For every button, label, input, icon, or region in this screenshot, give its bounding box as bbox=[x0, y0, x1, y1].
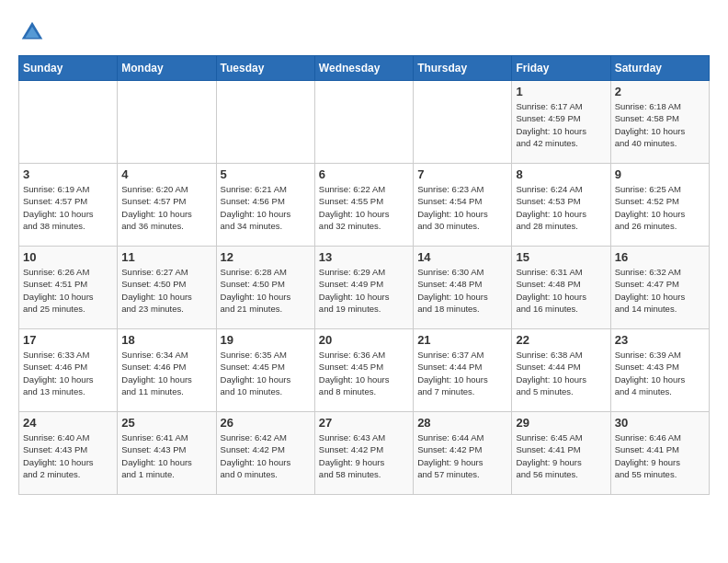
logo-icon bbox=[18, 18, 46, 46]
day-number: 2 bbox=[615, 85, 705, 98]
logo bbox=[18, 18, 50, 46]
calendar-cell bbox=[314, 81, 413, 164]
day-number: 29 bbox=[516, 416, 606, 430]
calendar-cell: 4Sunrise: 6:20 AM Sunset: 4:57 PM Daylig… bbox=[118, 164, 216, 247]
calendar-cell: 12Sunrise: 6:28 AM Sunset: 4:50 PM Dayli… bbox=[216, 247, 314, 329]
day-info: Sunrise: 6:32 AM Sunset: 4:47 PM Dayligh… bbox=[615, 266, 705, 315]
calendar-cell: 21Sunrise: 6:37 AM Sunset: 4:44 PM Dayli… bbox=[414, 329, 512, 412]
day-info: Sunrise: 6:43 AM Sunset: 4:42 PM Dayligh… bbox=[319, 431, 409, 480]
header-day-tuesday: Tuesday bbox=[216, 56, 314, 81]
day-info: Sunrise: 6:42 AM Sunset: 4:42 PM Dayligh… bbox=[221, 431, 311, 480]
calendar-cell: 7Sunrise: 6:23 AM Sunset: 4:54 PM Daylig… bbox=[414, 164, 512, 247]
day-info: Sunrise: 6:40 AM Sunset: 4:43 PM Dayligh… bbox=[23, 431, 113, 480]
day-info: Sunrise: 6:37 AM Sunset: 4:44 PM Dayligh… bbox=[417, 349, 507, 397]
day-number: 19 bbox=[221, 333, 311, 347]
day-number: 21 bbox=[417, 333, 507, 347]
calendar-cell: 29Sunrise: 6:45 AM Sunset: 4:41 PM Dayli… bbox=[512, 412, 610, 495]
day-number: 10 bbox=[23, 250, 113, 264]
calendar-table: SundayMondayTuesdayWednesdayThursdayFrid… bbox=[18, 55, 710, 495]
day-info: Sunrise: 6:31 AM Sunset: 4:48 PM Dayligh… bbox=[516, 266, 606, 315]
day-number: 20 bbox=[319, 333, 409, 347]
header-row: SundayMondayTuesdayWednesdayThursdayFrid… bbox=[19, 56, 710, 81]
day-info: Sunrise: 6:36 AM Sunset: 4:45 PM Dayligh… bbox=[319, 349, 409, 397]
day-number: 11 bbox=[121, 250, 211, 264]
header-day-monday: Monday bbox=[118, 56, 216, 81]
day-number: 8 bbox=[516, 167, 606, 181]
calendar-cell: 6Sunrise: 6:22 AM Sunset: 4:55 PM Daylig… bbox=[314, 164, 413, 247]
day-info: Sunrise: 6:27 AM Sunset: 4:50 PM Dayligh… bbox=[121, 266, 211, 315]
day-info: Sunrise: 6:17 AM Sunset: 4:59 PM Dayligh… bbox=[516, 100, 606, 149]
calendar-cell: 3Sunrise: 6:19 AM Sunset: 4:57 PM Daylig… bbox=[19, 164, 118, 247]
day-number: 16 bbox=[615, 250, 705, 264]
calendar-cell: 30Sunrise: 6:46 AM Sunset: 4:41 PM Dayli… bbox=[610, 412, 709, 495]
day-info: Sunrise: 6:23 AM Sunset: 4:54 PM Dayligh… bbox=[417, 183, 507, 232]
day-number: 12 bbox=[221, 250, 311, 264]
day-number: 26 bbox=[221, 416, 311, 430]
calendar-cell: 1Sunrise: 6:17 AM Sunset: 4:59 PM Daylig… bbox=[512, 81, 610, 164]
day-info: Sunrise: 6:21 AM Sunset: 4:56 PM Dayligh… bbox=[221, 183, 311, 232]
day-info: Sunrise: 6:44 AM Sunset: 4:42 PM Dayligh… bbox=[417, 431, 507, 480]
calendar-cell: 17Sunrise: 6:33 AM Sunset: 4:46 PM Dayli… bbox=[19, 329, 118, 412]
calendar-cell: 13Sunrise: 6:29 AM Sunset: 4:49 PM Dayli… bbox=[314, 247, 413, 329]
day-info: Sunrise: 6:19 AM Sunset: 4:57 PM Dayligh… bbox=[23, 183, 113, 232]
calendar-cell: 16Sunrise: 6:32 AM Sunset: 4:47 PM Dayli… bbox=[610, 247, 709, 329]
calendar-cell: 23Sunrise: 6:39 AM Sunset: 4:43 PM Dayli… bbox=[610, 329, 709, 412]
day-number: 23 bbox=[615, 333, 705, 347]
day-number: 1 bbox=[516, 85, 606, 98]
day-info: Sunrise: 6:28 AM Sunset: 4:50 PM Dayligh… bbox=[221, 266, 311, 315]
calendar-cell bbox=[19, 81, 118, 164]
day-number: 17 bbox=[23, 333, 113, 347]
day-number: 4 bbox=[121, 167, 211, 181]
day-number: 5 bbox=[221, 167, 311, 181]
day-info: Sunrise: 6:22 AM Sunset: 4:55 PM Dayligh… bbox=[319, 183, 409, 232]
day-number: 22 bbox=[516, 333, 606, 347]
day-number: 18 bbox=[121, 333, 211, 347]
header-day-thursday: Thursday bbox=[414, 56, 512, 81]
calendar-cell: 28Sunrise: 6:44 AM Sunset: 4:42 PM Dayli… bbox=[414, 412, 512, 495]
day-number: 24 bbox=[23, 416, 113, 430]
calendar-cell: 14Sunrise: 6:30 AM Sunset: 4:48 PM Dayli… bbox=[414, 247, 512, 329]
calendar-cell bbox=[118, 81, 216, 164]
calendar-cell: 8Sunrise: 6:24 AM Sunset: 4:53 PM Daylig… bbox=[512, 164, 610, 247]
calendar-cell: 15Sunrise: 6:31 AM Sunset: 4:48 PM Dayli… bbox=[512, 247, 610, 329]
day-info: Sunrise: 6:30 AM Sunset: 4:48 PM Dayligh… bbox=[417, 266, 507, 315]
week-row-4: 17Sunrise: 6:33 AM Sunset: 4:46 PM Dayli… bbox=[19, 329, 710, 412]
week-row-3: 10Sunrise: 6:26 AM Sunset: 4:51 PM Dayli… bbox=[19, 247, 710, 329]
calendar-cell: 9Sunrise: 6:25 AM Sunset: 4:52 PM Daylig… bbox=[610, 164, 709, 247]
day-number: 25 bbox=[121, 416, 211, 430]
day-info: Sunrise: 6:24 AM Sunset: 4:53 PM Dayligh… bbox=[516, 183, 606, 232]
day-info: Sunrise: 6:18 AM Sunset: 4:58 PM Dayligh… bbox=[615, 100, 705, 149]
day-number: 13 bbox=[319, 250, 409, 264]
calendar-cell: 10Sunrise: 6:26 AM Sunset: 4:51 PM Dayli… bbox=[19, 247, 118, 329]
calendar-cell bbox=[216, 81, 314, 164]
page-header bbox=[18, 18, 710, 46]
calendar-cell: 18Sunrise: 6:34 AM Sunset: 4:46 PM Dayli… bbox=[118, 329, 216, 412]
header-day-sunday: Sunday bbox=[19, 56, 118, 81]
calendar-body: 1Sunrise: 6:17 AM Sunset: 4:59 PM Daylig… bbox=[19, 81, 710, 495]
day-number: 3 bbox=[23, 167, 113, 181]
calendar-cell: 11Sunrise: 6:27 AM Sunset: 4:50 PM Dayli… bbox=[118, 247, 216, 329]
day-info: Sunrise: 6:41 AM Sunset: 4:43 PM Dayligh… bbox=[121, 431, 211, 480]
calendar-cell: 19Sunrise: 6:35 AM Sunset: 4:45 PM Dayli… bbox=[216, 329, 314, 412]
day-info: Sunrise: 6:26 AM Sunset: 4:51 PM Dayligh… bbox=[23, 266, 113, 315]
day-info: Sunrise: 6:33 AM Sunset: 4:46 PM Dayligh… bbox=[23, 349, 113, 397]
day-info: Sunrise: 6:34 AM Sunset: 4:46 PM Dayligh… bbox=[121, 349, 211, 397]
day-number: 30 bbox=[615, 416, 705, 430]
week-row-5: 24Sunrise: 6:40 AM Sunset: 4:43 PM Dayli… bbox=[19, 412, 710, 495]
day-info: Sunrise: 6:45 AM Sunset: 4:41 PM Dayligh… bbox=[516, 431, 606, 480]
header-day-friday: Friday bbox=[512, 56, 610, 81]
header-day-wednesday: Wednesday bbox=[314, 56, 413, 81]
day-info: Sunrise: 6:38 AM Sunset: 4:44 PM Dayligh… bbox=[516, 349, 606, 397]
day-number: 27 bbox=[319, 416, 409, 430]
day-number: 9 bbox=[615, 167, 705, 181]
day-info: Sunrise: 6:35 AM Sunset: 4:45 PM Dayligh… bbox=[221, 349, 311, 397]
calendar-cell: 5Sunrise: 6:21 AM Sunset: 4:56 PM Daylig… bbox=[216, 164, 314, 247]
calendar-cell: 24Sunrise: 6:40 AM Sunset: 4:43 PM Dayli… bbox=[19, 412, 118, 495]
day-number: 7 bbox=[417, 167, 507, 181]
day-number: 15 bbox=[516, 250, 606, 264]
calendar-cell bbox=[414, 81, 512, 164]
day-info: Sunrise: 6:29 AM Sunset: 4:49 PM Dayligh… bbox=[319, 266, 409, 315]
calendar-cell: 27Sunrise: 6:43 AM Sunset: 4:42 PM Dayli… bbox=[314, 412, 413, 495]
calendar-cell: 20Sunrise: 6:36 AM Sunset: 4:45 PM Dayli… bbox=[314, 329, 413, 412]
calendar-cell: 25Sunrise: 6:41 AM Sunset: 4:43 PM Dayli… bbox=[118, 412, 216, 495]
